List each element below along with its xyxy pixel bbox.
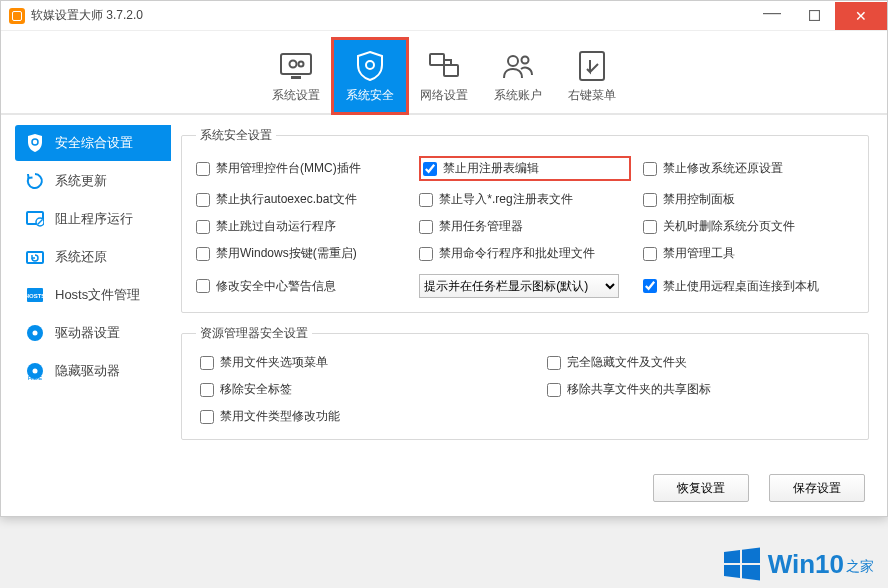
svg-point-8 bbox=[508, 56, 518, 66]
sidebar-item-label: 安全综合设置 bbox=[55, 134, 133, 152]
context-menu-icon bbox=[575, 49, 609, 83]
sidebar-item-label: 阻止程序运行 bbox=[55, 210, 133, 228]
content-body: 安全综合设置 系统更新 阻止程序运行 系统还原 HOSTS Hosts文件管理 … bbox=[1, 115, 887, 464]
chk-admin-tools[interactable]: 禁用管理工具 bbox=[643, 245, 854, 262]
chk-filetype-modify[interactable]: 禁用文件类型修改功能 bbox=[200, 408, 507, 425]
svg-text:HOSTS: HOSTS bbox=[26, 293, 44, 299]
app-icon bbox=[9, 8, 25, 24]
titlebar: 软媒设置大师 3.7.2.0 — ✕ bbox=[1, 1, 887, 31]
restore-icon bbox=[25, 247, 45, 267]
checkbox[interactable] bbox=[643, 247, 657, 261]
chk-autoexec[interactable]: 禁止执行autoexec.bat文件 bbox=[196, 191, 407, 208]
tabbar: 系统设置 系统安全 网络设置 系统账户 右键菜单 bbox=[1, 31, 887, 115]
chk-hide-files[interactable]: 完全隐藏文件及文件夹 bbox=[547, 354, 854, 371]
checkbox[interactable] bbox=[200, 383, 214, 397]
checkbox[interactable] bbox=[196, 162, 210, 176]
security-center-select[interactable]: 提示并在任务栏显示图标(默认) bbox=[419, 274, 619, 298]
refresh-icon bbox=[25, 171, 45, 191]
chk-security-center-alert[interactable]: 修改安全中心警告信息 bbox=[196, 278, 407, 295]
chk-remote-desktop[interactable]: 禁止使用远程桌面连接到本机 bbox=[643, 278, 854, 295]
sidebar-item-drive-settings[interactable]: 驱动器设置 bbox=[15, 315, 171, 351]
checkbox[interactable] bbox=[643, 162, 657, 176]
chk-remove-share-icon[interactable]: 移除共享文件夹的共享图标 bbox=[547, 381, 854, 398]
monitor-gear-icon bbox=[279, 49, 313, 83]
hide-disc-icon: HIDE bbox=[25, 361, 45, 381]
sidebar-item-system-restore[interactable]: 系统还原 bbox=[15, 239, 171, 275]
chk-cmd[interactable]: 禁用命令行程序和批处理文件 bbox=[419, 245, 630, 262]
chk-remove-security-tab[interactable]: 移除安全标签 bbox=[200, 381, 507, 398]
tab-system-security[interactable]: 系统安全 bbox=[333, 39, 407, 113]
chk-control-panel[interactable]: 禁用控制面板 bbox=[643, 191, 854, 208]
sidebar-item-system-update[interactable]: 系统更新 bbox=[15, 163, 171, 199]
app-window: 软媒设置大师 3.7.2.0 — ✕ 系统设置 系统安全 网络设置 bbox=[0, 0, 888, 517]
main-panel: 系统安全设置 禁用管理控件台(MMC)插件 禁止用注册表编辑 禁止修改系统还原设… bbox=[171, 115, 887, 464]
chk-restore-settings[interactable]: 禁止修改系统还原设置 bbox=[643, 156, 854, 181]
checkbox[interactable] bbox=[196, 247, 210, 261]
checkbox[interactable] bbox=[419, 220, 433, 234]
svg-marker-26 bbox=[742, 565, 760, 581]
sidebar-item-hosts[interactable]: HOSTS Hosts文件管理 bbox=[15, 277, 171, 313]
checkbox[interactable] bbox=[196, 279, 210, 293]
group-system-security: 系统安全设置 禁用管理控件台(MMC)插件 禁止用注册表编辑 禁止修改系统还原设… bbox=[181, 127, 869, 313]
svg-point-4 bbox=[299, 61, 304, 66]
tab-network-settings[interactable]: 网络设置 bbox=[407, 39, 481, 113]
close-button[interactable]: ✕ bbox=[835, 2, 887, 30]
chk-mmc[interactable]: 禁用管理控件台(MMC)插件 bbox=[196, 156, 407, 181]
chk-regedit[interactable]: 禁止用注册表编辑 bbox=[423, 160, 539, 177]
users-icon bbox=[501, 49, 535, 83]
checkbox[interactable] bbox=[419, 247, 433, 261]
disc-icon bbox=[25, 323, 45, 343]
security-options-grid: 禁用管理控件台(MMC)插件 禁止用注册表编辑 禁止修改系统还原设置 禁止执行a… bbox=[196, 156, 854, 262]
svg-point-9 bbox=[522, 56, 529, 63]
chk-taskmgr[interactable]: 禁用任务管理器 bbox=[419, 218, 630, 235]
chk-pagefile-delete[interactable]: 关机时删除系统分页文件 bbox=[643, 218, 854, 235]
svg-rect-10 bbox=[580, 52, 604, 80]
svg-rect-7 bbox=[444, 65, 458, 76]
watermark-brand: Win10 bbox=[768, 549, 844, 580]
sidebar-item-security-overview[interactable]: 安全综合设置 bbox=[15, 125, 171, 161]
tab-system-accounts[interactable]: 系统账户 bbox=[481, 39, 555, 113]
sidebar-item-block-programs[interactable]: 阻止程序运行 bbox=[15, 201, 171, 237]
chk-folder-options[interactable]: 禁用文件夹选项菜单 bbox=[200, 354, 507, 371]
chk-import-reg[interactable]: 禁止导入*.reg注册表文件 bbox=[419, 191, 630, 208]
sidebar-item-label: 系统更新 bbox=[55, 172, 107, 190]
save-button[interactable]: 保存设置 bbox=[769, 474, 865, 502]
checkbox[interactable] bbox=[423, 162, 437, 176]
svg-marker-25 bbox=[724, 565, 740, 578]
svg-rect-6 bbox=[430, 54, 444, 65]
maximize-button[interactable] bbox=[793, 2, 835, 30]
checkbox[interactable] bbox=[643, 220, 657, 234]
checkbox[interactable] bbox=[547, 383, 561, 397]
svg-point-21 bbox=[33, 369, 38, 374]
footer: 恢复设置 保存设置 bbox=[1, 464, 887, 516]
checkbox[interactable] bbox=[419, 193, 433, 207]
network-icon bbox=[427, 49, 461, 83]
chk-winkey[interactable]: 禁用Windows按键(需重启) bbox=[196, 245, 407, 262]
checkbox[interactable] bbox=[643, 193, 657, 207]
window-controls: — ✕ bbox=[751, 2, 887, 30]
sidebar-item-hide-drives[interactable]: HIDE 隐藏驱动器 bbox=[15, 353, 171, 389]
sidebar: 安全综合设置 系统更新 阻止程序运行 系统还原 HOSTS Hosts文件管理 … bbox=[1, 115, 171, 464]
block-icon bbox=[25, 209, 45, 229]
sidebar-item-label: 系统还原 bbox=[55, 248, 107, 266]
checkbox[interactable] bbox=[196, 220, 210, 234]
minimize-button[interactable]: — bbox=[751, 2, 793, 30]
sidebar-item-label: Hosts文件管理 bbox=[55, 286, 140, 304]
checkbox[interactable] bbox=[200, 356, 214, 370]
svg-marker-24 bbox=[742, 548, 760, 564]
hosts-icon: HOSTS bbox=[25, 285, 45, 305]
svg-point-3 bbox=[290, 60, 297, 67]
restore-button[interactable]: 恢复设置 bbox=[653, 474, 749, 502]
checkbox[interactable] bbox=[643, 279, 657, 293]
checkbox[interactable] bbox=[196, 193, 210, 207]
group-title: 系统安全设置 bbox=[196, 127, 276, 144]
window-title: 软媒设置大师 3.7.2.0 bbox=[31, 7, 751, 24]
tab-context-menu[interactable]: 右键菜单 bbox=[555, 39, 629, 113]
tab-system-settings[interactable]: 系统设置 bbox=[259, 39, 333, 113]
checkbox[interactable] bbox=[547, 356, 561, 370]
checkbox[interactable] bbox=[200, 410, 214, 424]
group-title: 资源管理器安全设置 bbox=[196, 325, 312, 342]
svg-point-5 bbox=[366, 61, 374, 69]
chk-skip-autorun[interactable]: 禁止跳过自动运行程序 bbox=[196, 218, 407, 235]
group-explorer-security: 资源管理器安全设置 禁用文件夹选项菜单 完全隐藏文件及文件夹 移除安全标签 移除… bbox=[181, 325, 869, 440]
